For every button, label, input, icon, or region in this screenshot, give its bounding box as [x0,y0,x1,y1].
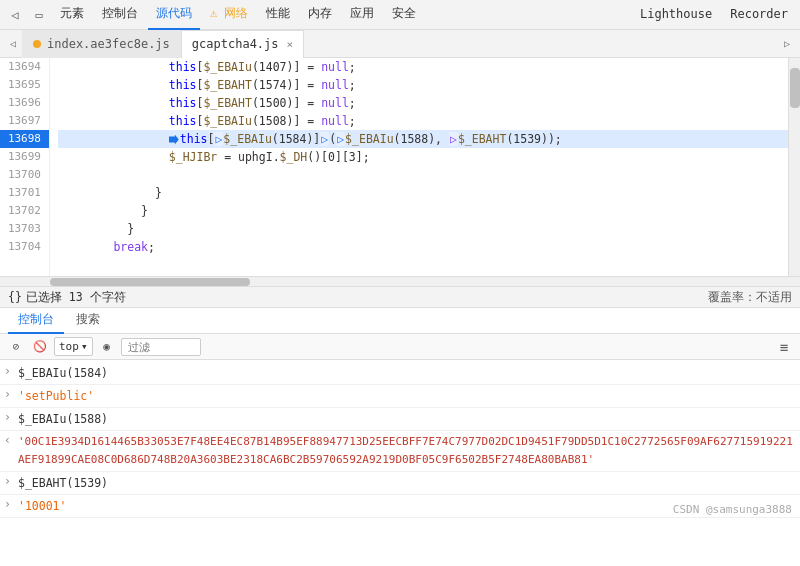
nav-recorder[interactable]: Recorder [722,0,796,30]
context-select[interactable]: top ▾ [54,337,93,356]
top-nav: ◁ ▭ 元素 控制台 源代码 ⚠ 网络 性能 内存 应用 安全 Lighthou… [0,0,800,30]
expand-arrow-5[interactable]: › [4,474,18,488]
expand-arrow-4[interactable]: ‹ [4,433,18,447]
nav-sources[interactable]: 源代码 [148,0,200,30]
tab-search[interactable]: 搜索 [66,308,110,334]
horizontal-scrollbar[interactable] [0,276,800,286]
line-13702: 13702 [0,202,49,220]
status-left: {} 已选择 13 个字符 [8,290,126,305]
code-container: 13694 13695 13696 13697 13698 13699 1370… [0,58,800,286]
code-line-13696: this[$_EBAHT(1500)] = null; [58,94,800,112]
console-tabs: 控制台 搜索 [0,308,800,334]
code-line-13700 [58,166,800,184]
code-line-13694: this[$_EBAIu(1407)] = null; [58,58,800,76]
nav-application[interactable]: 应用 [342,0,382,30]
nav-elements[interactable]: 元素 [52,0,92,30]
tab-gcaptcha-js[interactable]: gcaptcha4.js × [181,30,304,58]
tab-bar: ◁ index.ae3fec8e.js gcaptcha4.js × ▷ [0,30,800,58]
code-line-13701: } [58,184,800,202]
tab-gcaptcha-label: gcaptcha4.js [192,37,279,51]
filter-input[interactable] [121,338,201,356]
tab-index-js[interactable]: index.ae3fec8e.js [22,30,181,58]
entry-content-5: $_EBAHT(1539) [18,474,796,492]
console-toolbar: ⊘ 🚫 top ▾ ◉ ≡ [0,334,800,360]
line-numbers: 13694 13695 13696 13697 13698 13699 1370… [0,58,50,276]
tab-modified-dot [33,40,41,48]
console-entry-4: ‹ '00C1E3934D1614465B33053E7F48EE4EC87B1… [0,431,800,472]
expand-arrow-2[interactable]: › [4,387,18,401]
line-13699: 13699 [0,148,49,166]
tab-prev-arrow[interactable]: ◁ [4,35,22,53]
line-13696: 13696 [0,94,49,112]
code-scroll: 13694 13695 13696 13697 13698 13699 1370… [0,58,800,276]
code-line-13703: } [58,220,800,238]
braces-icon: {} [8,290,22,304]
back-icon[interactable]: ◁ [4,4,26,26]
entry-content-3: $_EBAIu(1588) [18,410,796,428]
console-entry-1: › $_EBAIu(1584) [0,362,800,385]
line-13703: 13703 [0,220,49,238]
console-output: › $_EBAIu(1584) › 'setPublic' › $_EBAIu(… [0,360,800,520]
line-13695: 13695 [0,76,49,94]
coverage-label: 覆盖率：不适用 [708,290,792,305]
line-13694: 13694 [0,58,49,76]
context-dropdown-icon: ▾ [81,340,88,353]
nav-security[interactable]: 安全 [384,0,424,30]
dock-icon[interactable]: ▭ [28,4,50,26]
tab-index-label: index.ae3fec8e.js [47,37,170,51]
eye-icon[interactable]: ◉ [97,337,117,357]
watermark: CSDN @samsunga3888 [673,503,792,516]
line-13701: 13701 [0,184,49,202]
code-line-13695: this[$_EBAHT(1574)] = null; [58,76,800,94]
nav-console[interactable]: 控制台 [94,0,146,30]
nav-lighthouse[interactable]: Lighthouse [632,0,720,30]
nav-memory[interactable]: 内存 [300,0,340,30]
tab-close-icon[interactable]: × [287,38,294,51]
tab-next-arrow[interactable]: ▷ [778,35,796,53]
vertical-scrollbar[interactable] [788,58,800,276]
console-panel: 控制台 搜索 ⊘ 🚫 top ▾ ◉ ≡ › $_EBAIu(1584) › '… [0,308,800,520]
nav-network[interactable]: ⚠ 网络 [202,0,256,30]
line-13700: 13700 [0,166,49,184]
context-label: top [59,340,79,353]
expand-arrow-6[interactable]: › [4,497,18,511]
console-entry-5: › $_EBAHT(1539) [0,472,800,495]
selected-chars-label: 已选择 13 个字符 [26,290,126,305]
scrollbar-v-thumb[interactable] [790,68,800,108]
status-bar: {} 已选择 13 个字符 覆盖率：不适用 [0,286,800,308]
expand-arrow-3[interactable]: › [4,410,18,424]
clear-console-btn[interactable]: ⊘ [6,337,26,357]
line-13697: 13697 [0,112,49,130]
scrollbar-h-thumb[interactable] [50,278,250,286]
line-13698: 13698 [0,130,49,148]
filter-btn[interactable]: 🚫 [30,337,50,357]
expand-right-icon[interactable]: ≡ [774,337,794,357]
code-line-13697: this[$_EBAIu(1508)] = null; [58,112,800,130]
console-entry-2: › 'setPublic' [0,385,800,408]
entry-content-4: '00C1E3934D1614465B33053E7F48EE4EC87B14B… [18,433,796,469]
code-lines: this[$_EBAIu(1407)] = null; this[$_EBAHT… [50,58,800,276]
code-line-13698: this[▷$_EBAIu(1584)]▷(▷$_EBAIu(1588), ▷$… [58,130,800,148]
code-line-13704: break; [58,238,800,256]
console-entry-3: › $_EBAIu(1588) [0,408,800,431]
expand-arrow-1[interactable]: › [4,364,18,378]
code-line-13699: $_HJIBr = uphgI.$_DH()[0][3]; [58,148,800,166]
entry-content-1: $_EBAIu(1584) [18,364,796,382]
entry-content-2: 'setPublic' [18,387,796,405]
tab-console[interactable]: 控制台 [8,308,64,334]
line-13704: 13704 [0,238,49,256]
nav-performance[interactable]: 性能 [258,0,298,30]
code-line-13702: } [58,202,800,220]
